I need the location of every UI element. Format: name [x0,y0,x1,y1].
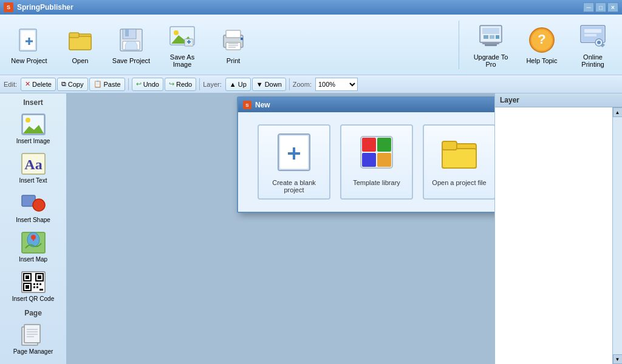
redo-icon: ↪ [169,80,174,88]
insert-section-label: Insert [2,96,64,108]
dialog-app-icon: S [243,101,251,109]
svg-text:?: ? [538,32,545,47]
zoom-select[interactable]: 100% 75% 50% 150% 200% [315,78,358,91]
close-button[interactable]: × [607,2,618,12]
delete-button[interactable]: ✕ Delete [21,78,56,91]
svg-rect-17 [226,30,241,38]
page-manager-button[interactable]: Page Manager [2,320,64,358]
svg-text:Aa: Aa [24,157,42,172]
svg-rect-79 [442,149,476,168]
canvas-area: S New × [67,93,494,364]
template-library-option[interactable]: Template library [340,124,413,200]
edit-label: Edit: [4,81,17,88]
delete-icon: ✕ [25,80,30,88]
new-project-label: New Project [11,57,47,64]
insert-text-icon: Aa [20,152,47,176]
edit-separator-1 [128,78,129,90]
scroll-down-arrow[interactable]: ▼ [613,354,623,364]
svg-rect-62 [39,289,43,291]
svg-point-41 [26,118,30,123]
layer-content: ▲ ▼ [495,107,622,364]
insert-shape-label: Insert Shape [16,217,50,223]
copy-icon: ⧉ [61,80,66,88]
svg-rect-36 [584,34,596,36]
edit-separator-2 [199,78,200,90]
svg-point-13 [174,30,179,35]
insert-qr-code-button[interactable]: Insert QR Code [2,267,64,305]
page-section-label: Page [2,306,64,318]
page-manager-icon [20,323,47,347]
svg-rect-9 [125,29,129,36]
layer-scrollbar: ▲ ▼ [612,107,622,364]
online-printing-label: Online Printing [572,53,614,68]
insert-text-button[interactable]: Aa Insert Text [2,149,64,187]
dialog-body: Create a blank project [238,112,494,212]
template-library-label: Template library [353,179,400,186]
sidebar: Insert Insert Image Aa [0,93,67,364]
print-button[interactable]: Print [209,18,258,72]
up-icon: ▲ [230,81,236,88]
svg-rect-35 [584,29,601,33]
insert-map-button[interactable]: Insert Map [2,228,64,266]
svg-rect-60 [33,286,35,288]
svg-rect-75 [377,138,391,152]
app-title: SpringPublisher [17,3,73,12]
restore-button[interactable]: □ [595,2,606,12]
upgrade-label: Upgrade To Pro [470,53,512,68]
open-project-file-icon [437,130,481,174]
edit-separator-3 [289,78,290,90]
svg-rect-54 [38,275,41,279]
save-project-label: Save Project [112,57,150,64]
new-project-button[interactable]: New Project [5,18,53,72]
svg-rect-25 [484,35,488,39]
dialog-titlebar: S New × [238,98,494,112]
page-manager-label: Page Manager [13,348,53,355]
save-as-image-icon [168,22,197,51]
layer-down-button[interactable]: ▼ Down [252,78,286,91]
svg-rect-18 [241,38,243,40]
redo-button[interactable]: ↪ Redo [165,78,196,91]
scroll-up-arrow[interactable]: ▲ [613,107,623,117]
paste-button[interactable]: 📋 Paste [89,78,125,91]
save-project-button[interactable]: Save Project [107,18,156,72]
svg-rect-5 [69,36,91,50]
down-icon: ▼ [256,81,263,88]
minimize-button[interactable]: ─ [583,2,594,12]
main-area: Insert Insert Image Aa [0,93,622,364]
blank-project-label: Create a blank project [264,179,324,194]
insert-image-button[interactable]: Insert Image [2,109,64,147]
new-project-icon [15,25,44,55]
save-project-icon [117,25,146,55]
insert-map-icon [20,231,47,255]
upgrade-button[interactable]: Upgrade To Pro [466,18,515,72]
window-controls: ─ □ × [583,2,618,12]
insert-shape-button[interactable]: Insert Shape [2,188,64,226]
insert-image-icon [20,112,47,136]
create-blank-project-option[interactable]: Create a blank project [258,124,330,200]
svg-rect-57 [33,283,35,285]
new-dialog: S New × [237,96,494,213]
copy-button[interactable]: ⧉ Copy [57,78,88,91]
main-toolbar: New Project Open Save Project [0,15,622,75]
app-icon: S [4,2,13,12]
save-as-image-button[interactable]: Save As Image [158,18,207,72]
layer-up-button[interactable]: ▲ Up [225,78,251,91]
open-button[interactable]: Open [56,18,104,72]
zoom-label: Zoom: [293,81,312,88]
insert-shape-icon [20,191,47,215]
help-topic-label: Help Topic [526,57,557,64]
svg-rect-77 [377,153,391,167]
insert-image-label: Insert Image [16,138,50,144]
undo-button[interactable]: ↩ Undo [132,78,163,91]
online-printing-button[interactable]: Online Printing [569,18,617,72]
svg-rect-6 [69,33,79,38]
svg-rect-8 [123,29,136,39]
svg-rect-1 [21,30,35,50]
undo-icon: ↩ [136,80,142,88]
svg-rect-27 [496,35,499,39]
blank-project-icon [272,130,316,174]
print-icon [219,25,248,55]
help-topic-button[interactable]: ? Help Topic [518,18,566,72]
open-icon [66,25,95,55]
open-project-file-option[interactable]: Open a project file [423,124,494,200]
